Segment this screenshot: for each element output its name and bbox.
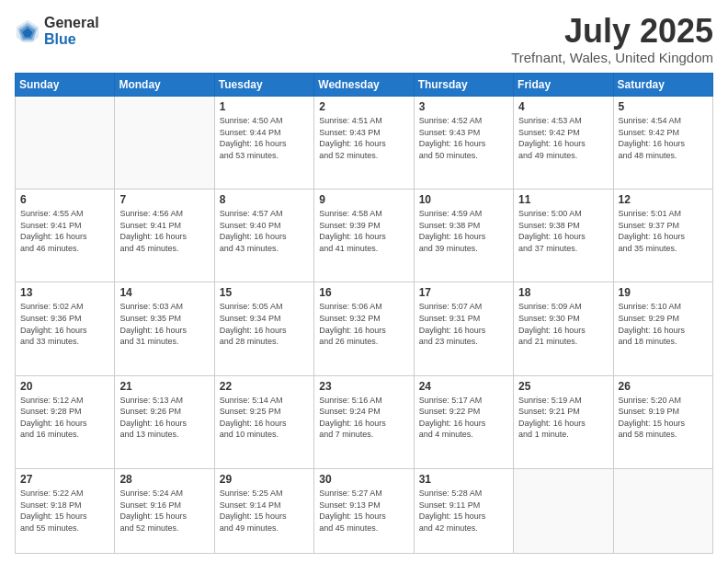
title-location: Trefnant, Wales, United Kingdom (511, 50, 713, 65)
calendar-header-row: SundayMondayTuesdayWednesdayThursdayFrid… (16, 74, 713, 97)
calendar-day-cell: 29Sunrise: 5:25 AM Sunset: 9:14 PM Dayli… (214, 468, 313, 553)
calendar-day-cell: 5Sunrise: 4:54 AM Sunset: 9:42 PM Daylig… (613, 97, 712, 190)
day-info: Sunrise: 5:14 AM Sunset: 9:25 PM Dayligh… (220, 395, 309, 441)
calendar-week-row: 27Sunrise: 5:22 AM Sunset: 9:18 PM Dayli… (16, 468, 713, 553)
day-number: 18 (518, 286, 608, 299)
day-number: 4 (518, 100, 608, 113)
calendar-day-cell: 4Sunrise: 4:53 AM Sunset: 9:42 PM Daylig… (514, 97, 613, 190)
day-info: Sunrise: 4:56 AM Sunset: 9:41 PM Dayligh… (119, 208, 209, 254)
calendar-day-cell: 1Sunrise: 4:50 AM Sunset: 9:44 PM Daylig… (214, 97, 313, 190)
day-info: Sunrise: 5:25 AM Sunset: 9:14 PM Dayligh… (220, 488, 309, 534)
day-number: 12 (619, 193, 708, 206)
day-number: 21 (119, 380, 209, 393)
calendar-day-cell: 21Sunrise: 5:13 AM Sunset: 9:26 PM Dayli… (115, 375, 214, 468)
logo: General Blue (15, 15, 99, 47)
calendar-day-cell: 11Sunrise: 5:00 AM Sunset: 9:38 PM Dayli… (514, 190, 613, 282)
calendar-week-row: 6Sunrise: 4:55 AM Sunset: 9:41 PM Daylig… (16, 190, 713, 282)
calendar-day-cell: 9Sunrise: 4:58 AM Sunset: 9:39 PM Daylig… (314, 190, 414, 282)
calendar-day-cell: 16Sunrise: 5:06 AM Sunset: 9:32 PM Dayli… (314, 282, 414, 375)
calendar-day-cell: 3Sunrise: 4:52 AM Sunset: 9:43 PM Daylig… (414, 97, 513, 190)
calendar-day-cell (613, 468, 712, 553)
day-info: Sunrise: 5:06 AM Sunset: 9:32 PM Dayligh… (319, 301, 408, 347)
calendar-week-row: 20Sunrise: 5:12 AM Sunset: 9:28 PM Dayli… (16, 375, 713, 468)
day-info: Sunrise: 4:50 AM Sunset: 9:44 PM Dayligh… (220, 115, 309, 161)
day-number: 29 (220, 473, 309, 486)
day-info: Sunrise: 4:52 AM Sunset: 9:43 PM Dayligh… (419, 115, 508, 161)
day-number: 28 (119, 473, 209, 486)
day-info: Sunrise: 5:07 AM Sunset: 9:31 PM Dayligh… (419, 301, 508, 347)
day-number: 9 (319, 193, 408, 206)
day-info: Sunrise: 5:16 AM Sunset: 9:24 PM Dayligh… (319, 395, 408, 441)
day-info: Sunrise: 5:20 AM Sunset: 9:19 PM Dayligh… (619, 395, 708, 441)
calendar-day-cell (16, 97, 115, 190)
day-of-week-header: Friday (514, 74, 613, 97)
day-info: Sunrise: 4:54 AM Sunset: 9:42 PM Dayligh… (619, 115, 708, 161)
calendar-day-cell: 6Sunrise: 4:55 AM Sunset: 9:41 PM Daylig… (16, 190, 115, 282)
day-info: Sunrise: 5:00 AM Sunset: 9:38 PM Dayligh… (518, 208, 608, 254)
day-info: Sunrise: 5:17 AM Sunset: 9:22 PM Dayligh… (419, 395, 508, 441)
calendar-day-cell (514, 468, 613, 553)
day-info: Sunrise: 4:55 AM Sunset: 9:41 PM Dayligh… (20, 208, 109, 254)
day-info: Sunrise: 5:24 AM Sunset: 9:16 PM Dayligh… (119, 488, 209, 534)
day-number: 14 (119, 286, 209, 299)
calendar-day-cell: 12Sunrise: 5:01 AM Sunset: 9:37 PM Dayli… (613, 190, 712, 282)
day-number: 7 (119, 193, 209, 206)
day-info: Sunrise: 5:05 AM Sunset: 9:34 PM Dayligh… (220, 301, 309, 347)
calendar-day-cell: 2Sunrise: 4:51 AM Sunset: 9:43 PM Daylig… (314, 97, 414, 190)
day-info: Sunrise: 5:12 AM Sunset: 9:28 PM Dayligh… (20, 395, 109, 441)
calendar-day-cell: 26Sunrise: 5:20 AM Sunset: 9:19 PM Dayli… (613, 375, 712, 468)
calendar-day-cell: 19Sunrise: 5:10 AM Sunset: 9:29 PM Dayli… (613, 282, 712, 375)
logo-general: General (44, 15, 99, 31)
calendar-day-cell: 14Sunrise: 5:03 AM Sunset: 9:35 PM Dayli… (115, 282, 214, 375)
day-number: 26 (619, 380, 708, 393)
day-number: 27 (20, 473, 109, 486)
day-of-week-header: Saturday (613, 74, 712, 97)
day-info: Sunrise: 5:09 AM Sunset: 9:30 PM Dayligh… (518, 301, 608, 347)
calendar-day-cell: 31Sunrise: 5:28 AM Sunset: 9:11 PM Dayli… (414, 468, 513, 553)
logo-text: General Blue (44, 15, 99, 47)
day-number: 25 (518, 380, 608, 393)
calendar-day-cell: 15Sunrise: 5:05 AM Sunset: 9:34 PM Dayli… (214, 282, 313, 375)
calendar-day-cell: 17Sunrise: 5:07 AM Sunset: 9:31 PM Dayli… (414, 282, 513, 375)
day-info: Sunrise: 5:10 AM Sunset: 9:29 PM Dayligh… (619, 301, 708, 347)
title-block: July 2025 Trefnant, Wales, United Kingdo… (511, 15, 713, 65)
day-number: 15 (220, 286, 309, 299)
day-info: Sunrise: 5:03 AM Sunset: 9:35 PM Dayligh… (119, 301, 209, 347)
day-info: Sunrise: 4:57 AM Sunset: 9:40 PM Dayligh… (220, 208, 309, 254)
day-number: 13 (20, 286, 109, 299)
day-of-week-header: Thursday (414, 74, 513, 97)
calendar-day-cell: 23Sunrise: 5:16 AM Sunset: 9:24 PM Dayli… (314, 375, 414, 468)
calendar-day-cell: 18Sunrise: 5:09 AM Sunset: 9:30 PM Dayli… (514, 282, 613, 375)
day-info: Sunrise: 5:13 AM Sunset: 9:26 PM Dayligh… (119, 395, 209, 441)
day-number: 31 (419, 473, 508, 486)
day-number: 6 (20, 193, 109, 206)
calendar-day-cell: 10Sunrise: 4:59 AM Sunset: 9:38 PM Dayli… (414, 190, 513, 282)
day-number: 2 (319, 100, 408, 113)
day-of-week-header: Sunday (16, 74, 115, 97)
day-number: 16 (319, 286, 408, 299)
day-info: Sunrise: 5:02 AM Sunset: 9:36 PM Dayligh… (20, 301, 109, 347)
calendar-day-cell: 25Sunrise: 5:19 AM Sunset: 9:21 PM Dayli… (514, 375, 613, 468)
day-info: Sunrise: 4:51 AM Sunset: 9:43 PM Dayligh… (319, 115, 408, 161)
day-number: 20 (20, 380, 109, 393)
day-info: Sunrise: 4:59 AM Sunset: 9:38 PM Dayligh… (419, 208, 508, 254)
day-number: 24 (419, 380, 508, 393)
day-info: Sunrise: 4:53 AM Sunset: 9:42 PM Dayligh… (518, 115, 608, 161)
header: General Blue July 2025 Trefnant, Wales, … (15, 15, 713, 65)
logo-icon (15, 18, 40, 44)
calendar-day-cell: 8Sunrise: 4:57 AM Sunset: 9:40 PM Daylig… (214, 190, 313, 282)
day-info: Sunrise: 5:22 AM Sunset: 9:18 PM Dayligh… (20, 488, 109, 534)
logo-blue: Blue (44, 31, 99, 48)
calendar-week-row: 1Sunrise: 4:50 AM Sunset: 9:44 PM Daylig… (16, 97, 713, 190)
calendar-day-cell: 22Sunrise: 5:14 AM Sunset: 9:25 PM Dayli… (214, 375, 313, 468)
day-info: Sunrise: 5:19 AM Sunset: 9:21 PM Dayligh… (518, 395, 608, 441)
calendar-day-cell: 7Sunrise: 4:56 AM Sunset: 9:41 PM Daylig… (115, 190, 214, 282)
day-number: 19 (619, 286, 708, 299)
calendar-day-cell: 24Sunrise: 5:17 AM Sunset: 9:22 PM Dayli… (414, 375, 513, 468)
day-number: 1 (220, 100, 309, 113)
calendar-day-cell: 28Sunrise: 5:24 AM Sunset: 9:16 PM Dayli… (115, 468, 214, 553)
day-info: Sunrise: 5:01 AM Sunset: 9:37 PM Dayligh… (619, 208, 708, 254)
day-number: 8 (220, 193, 309, 206)
day-number: 11 (518, 193, 608, 206)
day-of-week-header: Tuesday (214, 74, 313, 97)
